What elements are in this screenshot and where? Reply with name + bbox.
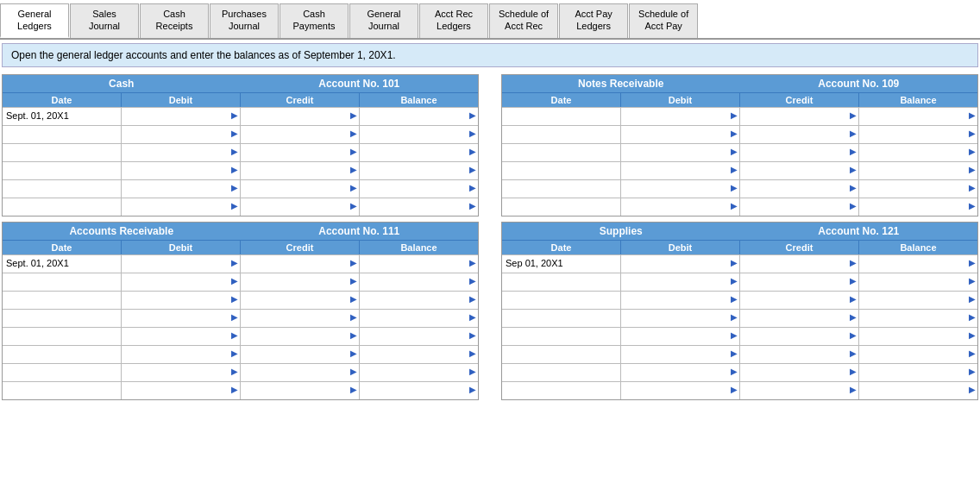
cell-date-4-left-1[interactable]	[3, 328, 122, 345]
cell-date-0-left-0[interactable]: Sept. 01, 20X1	[3, 108, 122, 125]
cell-debit-3-left-1[interactable]: ▶	[122, 310, 241, 327]
cell-debit-4-right-1[interactable]: ▶	[621, 328, 740, 345]
cell-date-5-left-0[interactable]	[3, 198, 122, 216]
cell-date-0-right-0[interactable]	[502, 108, 621, 125]
cell-debit-7-right-1[interactable]: ▶	[621, 382, 740, 399]
tab-sales-journal[interactable]: SalesJournal	[70, 3, 139, 38]
cell-debit-4-left-0[interactable]: ▶	[122, 180, 241, 198]
cell-debit-2-right-0[interactable]: ▶	[621, 144, 740, 161]
cell-date-2-left-1[interactable]	[3, 292, 122, 309]
cell-date-5-right-1[interactable]	[502, 346, 621, 363]
cell-debit-0-right-1[interactable]: ▶	[621, 255, 740, 273]
tab-acct-rec-ledgers[interactable]: Acct RecLedgers	[419, 3, 488, 38]
cell-debit-5-right-0[interactable]: ▶	[621, 198, 740, 216]
cell-balance-2-right-1[interactable]: ▶	[859, 292, 977, 309]
cell-credit-1-right-0[interactable]: ▶	[740, 126, 859, 143]
cell-debit-2-left-0[interactable]: ▶	[122, 144, 241, 161]
cell-credit-1-left-0[interactable]: ▶	[241, 126, 360, 143]
cell-balance-4-right-1[interactable]: ▶	[859, 328, 977, 345]
cell-credit-6-left-1[interactable]: ▶	[241, 364, 360, 381]
cell-debit-7-left-1[interactable]: ▶	[122, 382, 241, 399]
cell-date-4-right-0[interactable]	[502, 180, 621, 198]
cell-credit-5-left-0[interactable]: ▶	[241, 198, 360, 216]
cell-date-5-right-0[interactable]	[502, 198, 621, 216]
cell-balance-4-right-0[interactable]: ▶	[859, 180, 977, 198]
cell-date-3-left-1[interactable]	[3, 310, 122, 327]
cell-credit-3-left-0[interactable]: ▶	[241, 162, 360, 179]
cell-debit-4-left-1[interactable]: ▶	[122, 328, 241, 345]
cell-debit-1-left-1[interactable]: ▶	[122, 273, 241, 291]
cell-balance-2-left-1[interactable]: ▶	[360, 292, 478, 309]
cell-credit-3-right-0[interactable]: ▶	[740, 162, 859, 179]
cell-date-1-right-1[interactable]	[502, 273, 621, 291]
cell-debit-0-left-1[interactable]: ▶	[122, 255, 241, 273]
cell-debit-5-left-0[interactable]: ▶	[122, 198, 241, 216]
cell-credit-2-left-0[interactable]: ▶	[241, 144, 360, 161]
cell-balance-1-left-1[interactable]: ▶	[360, 273, 478, 291]
cell-balance-2-right-0[interactable]: ▶	[859, 144, 977, 161]
cell-debit-0-left-0[interactable]: ▶	[122, 108, 241, 125]
cell-balance-1-right-1[interactable]: ▶	[859, 273, 977, 291]
cell-balance-0-right-0[interactable]: ▶	[859, 108, 977, 125]
cell-credit-1-left-1[interactable]: ▶	[241, 273, 360, 291]
cell-balance-5-left-0[interactable]: ▶	[360, 198, 478, 216]
cell-date-4-right-1[interactable]	[502, 328, 621, 345]
cell-debit-3-right-0[interactable]: ▶	[621, 162, 740, 179]
cell-date-6-right-1[interactable]	[502, 364, 621, 381]
cell-credit-4-right-0[interactable]: ▶	[740, 180, 859, 198]
cell-credit-0-right-1[interactable]: ▶	[740, 255, 859, 273]
cell-debit-1-right-0[interactable]: ▶	[621, 126, 740, 143]
cell-credit-2-right-1[interactable]: ▶	[740, 292, 859, 309]
cell-balance-4-left-1[interactable]: ▶	[360, 328, 478, 345]
cell-balance-3-right-1[interactable]: ▶	[859, 310, 977, 327]
cell-balance-3-left-0[interactable]: ▶	[360, 162, 478, 179]
cell-balance-0-right-1[interactable]: ▶	[859, 255, 977, 273]
tab-general-journal[interactable]: GeneralJournal	[349, 3, 418, 38]
cell-balance-5-left-1[interactable]: ▶	[360, 346, 478, 363]
cell-balance-1-right-0[interactable]: ▶	[859, 126, 977, 143]
cell-balance-1-left-0[interactable]: ▶	[360, 126, 478, 143]
cell-balance-0-left-0[interactable]: ▶	[360, 108, 478, 125]
cell-credit-2-right-0[interactable]: ▶	[740, 144, 859, 161]
cell-credit-2-left-1[interactable]: ▶	[241, 292, 360, 309]
cell-debit-2-left-1[interactable]: ▶	[122, 292, 241, 309]
cell-date-0-right-1[interactable]: Sep 01, 20X1	[502, 255, 621, 273]
cell-credit-5-left-1[interactable]: ▶	[241, 346, 360, 363]
tab-acct-pay-ledgers[interactable]: Acct PayLedgers	[559, 3, 628, 38]
cell-credit-7-left-1[interactable]: ▶	[241, 382, 360, 399]
cell-debit-1-left-0[interactable]: ▶	[122, 126, 241, 143]
cell-credit-6-right-1[interactable]: ▶	[740, 364, 859, 381]
cell-balance-5-right-0[interactable]: ▶	[859, 198, 977, 216]
cell-date-5-left-1[interactable]	[3, 346, 122, 363]
cell-balance-7-left-1[interactable]: ▶	[360, 382, 478, 399]
cell-balance-3-left-1[interactable]: ▶	[360, 310, 478, 327]
cell-debit-5-right-1[interactable]: ▶	[621, 346, 740, 363]
tab-schedule-acct-rec[interactable]: Schedule ofAcct Rec	[489, 3, 558, 38]
cell-debit-4-right-0[interactable]: ▶	[621, 180, 740, 198]
cell-date-1-right-0[interactable]	[502, 126, 621, 143]
cell-date-2-right-0[interactable]	[502, 144, 621, 161]
cell-debit-1-right-1[interactable]: ▶	[621, 273, 740, 291]
cell-balance-3-right-0[interactable]: ▶	[859, 162, 977, 179]
cell-debit-0-right-0[interactable]: ▶	[621, 108, 740, 125]
cell-date-1-left-1[interactable]	[3, 273, 122, 291]
tab-cash-receipts[interactable]: CashReceipts	[140, 3, 209, 38]
cell-date-7-left-1[interactable]	[3, 382, 122, 399]
cell-balance-2-left-0[interactable]: ▶	[360, 144, 478, 161]
cell-date-2-left-0[interactable]	[3, 144, 122, 161]
cell-credit-0-right-0[interactable]: ▶	[740, 108, 859, 125]
cell-credit-4-left-0[interactable]: ▶	[241, 180, 360, 198]
tab-schedule-acct-pay[interactable]: Schedule ofAcct Pay	[629, 3, 698, 38]
cell-date-3-right-0[interactable]	[502, 162, 621, 179]
cell-date-6-left-1[interactable]	[3, 364, 122, 381]
cell-date-0-left-1[interactable]: Sept. 01, 20X1	[3, 255, 122, 273]
cell-debit-6-right-1[interactable]: ▶	[621, 364, 740, 381]
cell-debit-5-left-1[interactable]: ▶	[122, 346, 241, 363]
cell-debit-3-right-1[interactable]: ▶	[621, 310, 740, 327]
tab-general-ledgers[interactable]: GeneralLedgers	[0, 3, 69, 38]
cell-debit-3-left-0[interactable]: ▶	[122, 162, 241, 179]
cell-credit-4-left-1[interactable]: ▶	[241, 328, 360, 345]
cell-balance-6-right-1[interactable]: ▶	[859, 364, 977, 381]
cell-credit-0-left-1[interactable]: ▶	[241, 255, 360, 273]
cell-debit-6-left-1[interactable]: ▶	[122, 364, 241, 381]
